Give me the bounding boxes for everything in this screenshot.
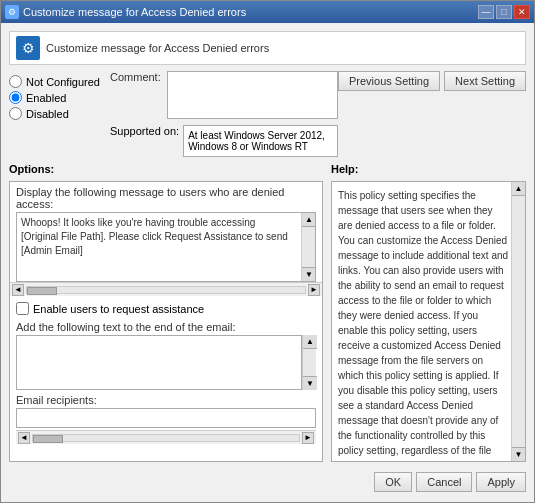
comment-label: Comment: [110,71,161,83]
header-icon: ⚙ [16,36,40,60]
dialog-header: ⚙ Customize message for Access Denied er… [9,31,526,65]
comment-supported-section: Comment: Supported on: At least Windows … [110,71,338,157]
not-configured-option[interactable]: Not Configured [9,75,100,88]
title-bar-left: ⚙ Customize message for Access Denied er… [5,5,246,19]
not-configured-radio[interactable] [9,75,22,88]
msg-hscroll-right[interactable]: ► [308,284,320,296]
maximize-button[interactable]: □ [496,5,512,19]
minimize-button[interactable]: — [478,5,494,19]
title-bar-controls: — □ ✕ [478,5,530,19]
msg-hscroll-left[interactable]: ◄ [12,284,24,296]
rec-hscroll-left[interactable]: ◄ [18,432,30,444]
help-text: This policy setting specifies the messag… [338,188,509,462]
email-scroll-up[interactable]: ▲ [303,335,317,349]
options-title: Options: [9,163,54,175]
email-textarea[interactable] [16,335,302,390]
enabled-label: Enabled [26,92,66,104]
disabled-label: Disabled [26,108,69,120]
rec-hscroll-track [32,434,300,442]
message-vscroll: ▲ ▼ [301,213,315,281]
enable-assistance-checkbox[interactable] [16,302,29,315]
header-text: Customize message for Access Denied erro… [46,42,269,54]
recipients-hscroll: ◄ ► [16,430,316,444]
middle-section: Display the following message to users w… [9,181,526,462]
next-setting-button[interactable]: Next Setting [444,71,526,91]
supported-text: At least Windows Server 2012, Windows 8 … [188,130,333,152]
close-button[interactable]: ✕ [514,5,530,19]
ok-button[interactable]: OK [374,472,412,492]
main-window: ⚙ Customize message for Access Denied er… [0,0,535,503]
supported-label: Supported on: [110,125,179,137]
email-scroll-down[interactable]: ▼ [303,376,317,390]
email-recipients-box[interactable] [16,408,316,428]
help-title: Help: [331,163,359,175]
apply-button[interactable]: Apply [476,472,526,492]
enabled-option[interactable]: Enabled [9,91,100,104]
email-textarea-wrapper: ▲ ▼ [16,335,316,390]
title-bar: ⚙ Customize message for Access Denied er… [1,1,534,23]
checkbox-row: Enable users to request assistance [10,298,322,319]
section-labels: Options: Help: [9,163,526,175]
radio-group: Not Configured Enabled Disabled [9,75,100,120]
supported-area: Supported on: At least Windows Server 20… [110,125,338,157]
comment-textarea[interactable] [167,71,338,119]
previous-setting-button[interactable]: Previous Setting [338,71,440,91]
disabled-option[interactable]: Disabled [9,107,100,120]
rec-hscroll-right[interactable]: ► [302,432,314,444]
nav-left: Not Configured Enabled Disabled [9,71,100,120]
dialog-content: ⚙ Customize message for Access Denied er… [1,23,534,502]
comment-area: Comment: [110,71,338,121]
nav-row: Not Configured Enabled Disabled Comment: [9,71,526,157]
window-icon: ⚙ [5,5,19,19]
help-panel: This policy setting specifies the messag… [331,181,526,462]
msg-hscroll-thumb [27,287,57,295]
email-recipients-label: Email recipients: [10,390,322,408]
options-section-label: Options: [9,163,323,175]
help-vscroll: ▲ ▼ [511,182,525,461]
cancel-button[interactable]: Cancel [416,472,472,492]
not-configured-label: Not Configured [26,76,100,88]
bottom-buttons: OK Cancel Apply [9,468,526,494]
msg-scroll-track [302,227,315,267]
help-section-label: Help: [331,163,526,175]
enabled-radio[interactable] [9,91,22,104]
message-hscroll: ◄ ► [10,282,322,296]
message-text[interactable]: Whoops! It looks like you're having trou… [17,213,299,281]
email-text-label: Add the following text to the end of the… [10,319,322,335]
help-content: This policy setting specifies the messag… [331,181,526,462]
window-title: Customize message for Access Denied erro… [23,6,246,18]
help-scroll-down[interactable]: ▼ [512,447,525,461]
email-vscroll: ▲ ▼ [302,335,316,390]
help-scroll-up[interactable]: ▲ [512,182,525,196]
options-content: Display the following message to users w… [9,181,323,462]
msg-scroll-up[interactable]: ▲ [302,213,316,227]
msg-hscroll-track [26,286,306,294]
disabled-radio[interactable] [9,107,22,120]
message-box: Whoops! It looks like you're having trou… [16,212,316,282]
supported-value: At least Windows Server 2012, Windows 8 … [183,125,338,157]
options-panel: Display the following message to users w… [9,181,323,462]
display-label: Display the following message to users w… [10,182,322,212]
checkbox-label: Enable users to request assistance [33,303,204,315]
help-scroll-track [512,196,525,447]
msg-scroll-down[interactable]: ▼ [302,267,316,281]
comment-wrapper [167,71,338,121]
rec-hscroll-thumb [33,435,63,443]
nav-buttons: Previous Setting Next Setting [338,71,526,91]
